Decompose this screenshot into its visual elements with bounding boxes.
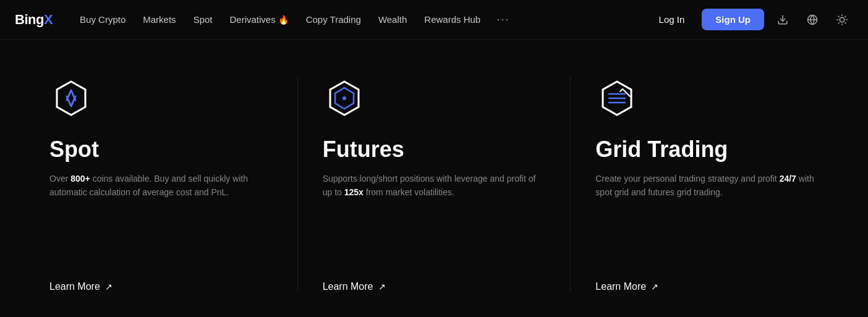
futures-description: Supports long/short positions with lever… bbox=[323, 172, 546, 266]
svg-line-6 bbox=[838, 16, 839, 17]
nav-wealth[interactable]: Wealth bbox=[371, 9, 414, 30]
spot-learn-more-arrow: ↗ bbox=[105, 282, 113, 292]
spot-title: Spot bbox=[49, 137, 273, 162]
spot-learn-more-label: Learn More bbox=[49, 281, 100, 292]
download-icon bbox=[777, 14, 788, 25]
futures-card: Futures Supports long/short positions wi… bbox=[323, 77, 571, 292]
nav-links: Buy Crypto Markets Spot Derivatives 🔥 Co… bbox=[72, 8, 649, 31]
futures-learn-more[interactable]: Learn More ↗ bbox=[323, 281, 546, 292]
nav-markets[interactable]: Markets bbox=[135, 9, 183, 30]
grid-trading-card: Grid Trading Create your personal tradin… bbox=[595, 77, 819, 292]
grid-trading-description: Create your personal trading strategy an… bbox=[595, 172, 819, 266]
globe-icon bbox=[807, 14, 818, 25]
theme-button[interactable] bbox=[831, 9, 853, 31]
theme-icon bbox=[836, 14, 848, 25]
nav-derivatives[interactable]: Derivatives 🔥 bbox=[222, 9, 296, 30]
svg-point-3 bbox=[840, 17, 845, 22]
navbar: BingX Buy Crypto Markets Spot Derivative… bbox=[0, 0, 868, 40]
nav-buy-crypto[interactable]: Buy Crypto bbox=[72, 9, 133, 30]
svg-point-12 bbox=[343, 96, 346, 100]
spot-card: Spot Over 800+ coins available. Buy and … bbox=[49, 77, 298, 292]
nav-rewards-hub[interactable]: Rewards Hub bbox=[417, 9, 488, 30]
globe-button[interactable] bbox=[801, 9, 823, 31]
spot-description: Over 800+ coins available. Buy and sell … bbox=[49, 172, 273, 266]
svg-line-10 bbox=[838, 22, 839, 23]
futures-learn-more-label: Learn More bbox=[323, 281, 373, 292]
logo-x: X bbox=[44, 12, 53, 27]
spot-learn-more[interactable]: Learn More ↗ bbox=[49, 281, 273, 292]
grid-trading-title: Grid Trading bbox=[595, 137, 819, 162]
logo[interactable]: BingX bbox=[15, 12, 53, 28]
svg-line-11 bbox=[845, 16, 846, 17]
nav-more-button[interactable]: ··· bbox=[490, 8, 516, 31]
svg-line-7 bbox=[845, 22, 846, 23]
nav-right: Log In Sign Up bbox=[649, 9, 853, 31]
download-button[interactable] bbox=[772, 9, 794, 31]
derivatives-label: Derivatives bbox=[229, 14, 275, 25]
spot-icon bbox=[49, 77, 93, 120]
futures-icon bbox=[323, 77, 366, 120]
logo-text: BingX bbox=[15, 12, 53, 28]
signup-button[interactable]: Sign Up bbox=[702, 9, 764, 30]
grid-trading-learn-more-arrow: ↗ bbox=[651, 282, 658, 292]
grid-trading-learn-more[interactable]: Learn More ↗ bbox=[595, 281, 819, 292]
futures-learn-more-arrow: ↗ bbox=[378, 282, 386, 292]
grid-trading-learn-more-label: Learn More bbox=[595, 281, 646, 292]
login-button[interactable]: Log In bbox=[649, 9, 695, 30]
main-content: Spot Over 800+ coins available. Buy and … bbox=[0, 40, 868, 317]
grid-trading-icon bbox=[595, 77, 639, 120]
fire-icon: 🔥 bbox=[278, 15, 289, 25]
futures-title: Futures bbox=[323, 137, 546, 162]
nav-copy-trading[interactable]: Copy Trading bbox=[299, 9, 368, 30]
nav-spot[interactable]: Spot bbox=[186, 9, 220, 30]
